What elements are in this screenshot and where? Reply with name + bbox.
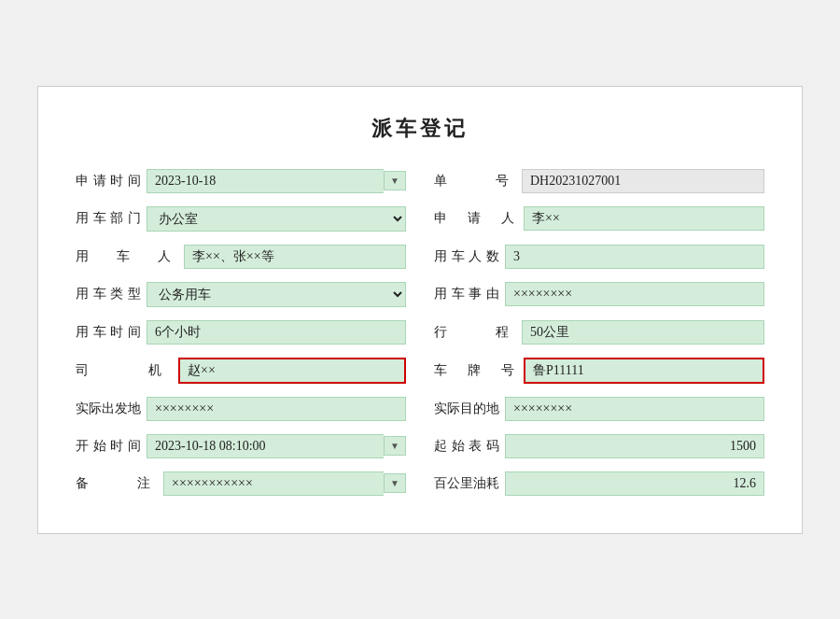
user-count-row: 用车人数	[434, 245, 764, 269]
car-reason-label: 用车事由	[434, 286, 499, 302]
user-count-label: 用车人数	[434, 248, 499, 265]
dept-label: 用车部门	[76, 210, 141, 227]
applicant-label: 申 请 人	[434, 210, 518, 227]
page-title: 派车登记	[76, 115, 764, 143]
apply-time-row: 申请时间 ▼	[76, 169, 406, 193]
dept-select[interactable]: 办公室	[147, 206, 406, 232]
user-input[interactable]	[184, 245, 406, 269]
dest-row: 实际目的地	[434, 397, 764, 421]
notes-input-wrapper[interactable]: ▼	[163, 471, 406, 496]
car-reason-row: 用车事由	[434, 282, 764, 307]
driver-input[interactable]	[178, 358, 406, 384]
car-type-label: 用车类型	[76, 286, 141, 302]
plate-label: 车 牌 号	[434, 362, 518, 379]
apply-time-input-wrapper[interactable]: ▼	[147, 169, 406, 193]
applicant-row: 申 请 人	[434, 206, 764, 232]
order-no-label: 单 号	[434, 173, 516, 190]
mileage-input[interactable]	[522, 320, 764, 345]
car-time-input[interactable]	[147, 320, 406, 345]
dept-row: 用车部门 办公室	[76, 206, 406, 232]
dest-input[interactable]	[505, 397, 764, 421]
depart-input[interactable]	[147, 397, 406, 421]
start-time-row: 开始时间 ▼	[76, 434, 406, 458]
notes-dropdown-icon[interactable]: ▼	[384, 473, 406, 493]
start-time-dropdown-icon[interactable]: ▼	[384, 436, 406, 456]
car-time-label: 用车时间	[76, 324, 141, 341]
start-time-input[interactable]	[147, 434, 384, 458]
dest-label: 实际目的地	[434, 401, 499, 417]
driver-row: 司 机	[76, 358, 406, 384]
fuel-label: 百公里油耗	[434, 475, 499, 492]
fuel-input[interactable]	[505, 471, 764, 496]
applicant-input[interactable]	[524, 206, 764, 231]
plate-row: 车 牌 号	[434, 358, 764, 384]
order-no-row: 单 号	[434, 169, 764, 193]
plate-input[interactable]	[524, 358, 764, 384]
user-row: 用 车 人	[76, 245, 406, 269]
form-card: 派车登记 申请时间 ▼ 单 号 用车部门 办公室 申 请 人 用	[37, 86, 803, 534]
user-label: 用 车 人	[76, 248, 178, 265]
start-meter-label: 起始表码	[434, 438, 499, 455]
driver-label: 司 机	[76, 362, 173, 379]
order-no-input	[522, 169, 764, 193]
apply-time-input[interactable]	[147, 169, 384, 193]
form-grid: 申请时间 ▼ 单 号 用车部门 办公室 申 请 人 用 车 人	[76, 169, 764, 496]
notes-label: 备 注	[76, 475, 158, 492]
notes-row: 备 注 ▼	[76, 471, 406, 496]
user-count-input[interactable]	[505, 245, 764, 269]
mileage-row: 行 程	[434, 320, 764, 345]
mileage-label: 行 程	[434, 324, 516, 341]
car-type-row: 用车类型 公务用车	[76, 282, 406, 307]
apply-time-label: 申请时间	[76, 173, 141, 190]
apply-time-dropdown-icon[interactable]: ▼	[384, 171, 406, 190]
depart-row: 实际出发地	[76, 397, 406, 421]
car-type-select[interactable]: 公务用车	[147, 282, 406, 307]
depart-label: 实际出发地	[76, 401, 141, 417]
start-meter-row: 起始表码	[434, 434, 764, 458]
car-reason-input[interactable]	[505, 282, 764, 306]
start-time-input-wrapper[interactable]: ▼	[147, 434, 406, 458]
fuel-row: 百公里油耗	[434, 471, 764, 496]
start-time-label: 开始时间	[76, 438, 141, 455]
start-meter-input[interactable]	[505, 434, 764, 458]
notes-input[interactable]	[163, 471, 384, 496]
car-time-row: 用车时间	[76, 320, 406, 345]
